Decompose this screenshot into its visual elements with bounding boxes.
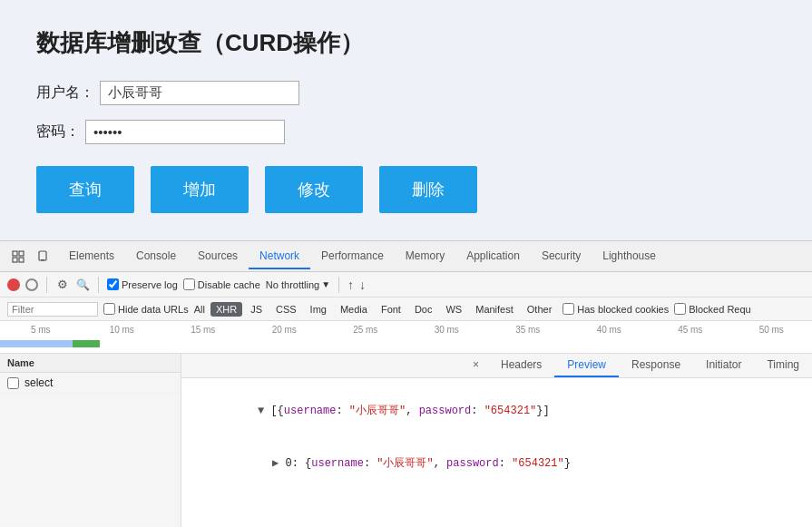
tab-sources[interactable]: Sources xyxy=(187,244,249,269)
tab-initiator[interactable]: Initiator xyxy=(693,354,754,377)
username-label: 用户名： xyxy=(36,83,94,102)
tl-label-3: 20 ms xyxy=(244,325,326,335)
device-toggle-icon[interactable] xyxy=(33,246,54,268)
devtools-toolbar: ⚙ 🔍 Preserve log Disable cache No thrott… xyxy=(0,272,812,298)
table-row[interactable]: select xyxy=(0,373,181,394)
json-arrow-0[interactable]: ▼ xyxy=(258,405,270,417)
password-input[interactable] xyxy=(85,120,285,144)
json-line-0: ▼ [{username: "小辰哥哥", password: "654321"… xyxy=(192,385,801,438)
svg-rect-0 xyxy=(13,251,17,256)
devtools-panel: Elements Console Sources Network Perform… xyxy=(0,240,812,527)
filter-tag-css[interactable]: CSS xyxy=(270,302,302,317)
username-row: 用户名： xyxy=(36,81,776,105)
svg-rect-3 xyxy=(19,258,24,262)
throttle-label: No throttling xyxy=(266,279,319,290)
throttle-arrow-icon: ▼ xyxy=(321,279,330,289)
row-checkbox[interactable] xyxy=(7,377,19,389)
timeline-track xyxy=(0,340,181,347)
tab-response[interactable]: Response xyxy=(619,354,693,377)
devtools-main: Name select × Headers Preview Response I… xyxy=(0,354,812,527)
tl-label-8: 45 ms xyxy=(650,325,731,335)
password-label: 密码： xyxy=(36,122,80,142)
tab-elements[interactable]: Elements xyxy=(58,244,125,269)
throttle-select[interactable]: No throttling ▼ xyxy=(266,279,330,290)
filter-tag-doc[interactable]: Doc xyxy=(409,302,438,317)
filter-input[interactable] xyxy=(7,302,98,317)
network-list: Name select xyxy=(0,354,181,527)
json-line-1: ▶ 0: {username: "小辰哥哥", password: "65432… xyxy=(207,438,801,491)
search-icon[interactable]: 🔍 xyxy=(75,278,90,292)
svg-rect-1 xyxy=(19,251,24,256)
tab-headers[interactable]: Headers xyxy=(488,354,554,377)
add-button[interactable]: 增加 xyxy=(151,166,249,213)
edit-button[interactable]: 修改 xyxy=(265,166,363,213)
button-row: 查询 增加 修改 删除 xyxy=(36,166,776,213)
svg-rect-2 xyxy=(13,258,17,262)
timeline-bar: 5 ms 10 ms 15 ms 20 ms 25 ms 30 ms 35 ms… xyxy=(0,321,812,354)
json-arrow-1[interactable]: ▶ xyxy=(272,457,285,470)
hide-data-urls-checkbox[interactable]: Hide data URLs xyxy=(103,303,189,315)
filter-tag-font[interactable]: Font xyxy=(376,302,406,317)
close-icon[interactable]: × xyxy=(464,354,488,377)
has-blocked-cookies-checkbox[interactable]: Has blocked cookies xyxy=(563,303,669,315)
toolbar-sep-3 xyxy=(338,277,339,293)
tl-label-4: 25 ms xyxy=(325,325,406,335)
tab-preview[interactable]: Preview xyxy=(554,354,619,377)
blocked-requ-checkbox[interactable]: Blocked Requ xyxy=(674,303,751,315)
toolbar-sep-2 xyxy=(98,277,99,293)
filter-tag-media[interactable]: Media xyxy=(335,302,373,317)
tab-network[interactable]: Network xyxy=(249,244,310,269)
network-row-name: select xyxy=(24,376,53,389)
devtools-tab-bar: Elements Console Sources Network Perform… xyxy=(0,241,812,272)
filter-tag-img[interactable]: Img xyxy=(305,302,332,317)
tab-application[interactable]: Application xyxy=(455,244,531,269)
filter-tag-manifest[interactable]: Manifest xyxy=(470,302,519,317)
username-input[interactable] xyxy=(100,81,299,105)
preserve-log-checkbox[interactable]: Preserve log xyxy=(107,278,178,290)
stop-button[interactable] xyxy=(25,278,38,291)
tl-label-1: 10 ms xyxy=(82,325,163,335)
timeline-segment-scripting xyxy=(73,340,100,347)
tl-label-6: 35 ms xyxy=(487,325,569,335)
filter-icon[interactable]: ⚙ xyxy=(55,278,70,292)
svg-rect-4 xyxy=(39,251,46,260)
delete-button[interactable]: 删除 xyxy=(379,166,477,213)
download-icon[interactable]: ↓ xyxy=(359,278,366,292)
detail-content: ▼ [{username: "小辰哥哥", password: "654321"… xyxy=(181,378,812,527)
tl-label-5: 30 ms xyxy=(406,325,488,335)
detail-tabs: × Headers Preview Response Initiator Tim… xyxy=(181,354,812,378)
tab-security[interactable]: Security xyxy=(531,244,592,269)
filter-tag-xhr[interactable]: XHR xyxy=(210,302,242,317)
tab-memory[interactable]: Memory xyxy=(395,244,455,269)
tl-label-9: 50 ms xyxy=(731,325,813,335)
timeline-segment-loading xyxy=(0,340,73,347)
tab-performance[interactable]: Performance xyxy=(310,244,395,269)
page-title: 数据库增删改查（CURD操作） xyxy=(36,27,776,59)
filter-tags: XHR JS CSS Img Media Font Doc WS Manifes… xyxy=(210,302,557,317)
tab-timing[interactable]: Timing xyxy=(754,354,812,377)
filter-tag-ws[interactable]: WS xyxy=(440,302,467,317)
record-button[interactable] xyxy=(7,278,20,291)
inspect-icon[interactable] xyxy=(7,246,29,268)
network-name-header: Name xyxy=(7,357,34,368)
network-list-header: Name xyxy=(0,354,181,373)
page-area: 数据库增删改查（CURD操作） 用户名： 密码： 查询 增加 修改 删除 xyxy=(0,0,812,240)
tl-label-0: 5 ms xyxy=(0,325,82,335)
upload-icon[interactable]: ↑ xyxy=(347,278,354,292)
tl-label-2: 15 ms xyxy=(162,325,244,335)
tab-console[interactable]: Console xyxy=(125,244,187,269)
password-row: 密码： xyxy=(36,120,776,144)
tl-label-7: 40 ms xyxy=(569,325,651,335)
timeline-labels: 5 ms 10 ms 15 ms 20 ms 25 ms 30 ms 35 ms… xyxy=(0,321,812,337)
tab-lighthouse[interactable]: Lighthouse xyxy=(592,244,667,269)
toolbar-sep-1 xyxy=(46,277,47,293)
detail-panel: × Headers Preview Response Initiator Tim… xyxy=(181,354,812,527)
disable-cache-checkbox[interactable]: Disable cache xyxy=(183,278,260,290)
svg-rect-5 xyxy=(41,259,44,261)
filter-bar: Hide data URLs All XHR JS CSS Img Media … xyxy=(0,298,812,321)
filter-all-label[interactable]: All xyxy=(194,304,205,315)
query-button[interactable]: 查询 xyxy=(36,166,134,213)
filter-tag-js[interactable]: JS xyxy=(245,302,268,317)
filter-tag-other[interactable]: Other xyxy=(522,302,558,317)
